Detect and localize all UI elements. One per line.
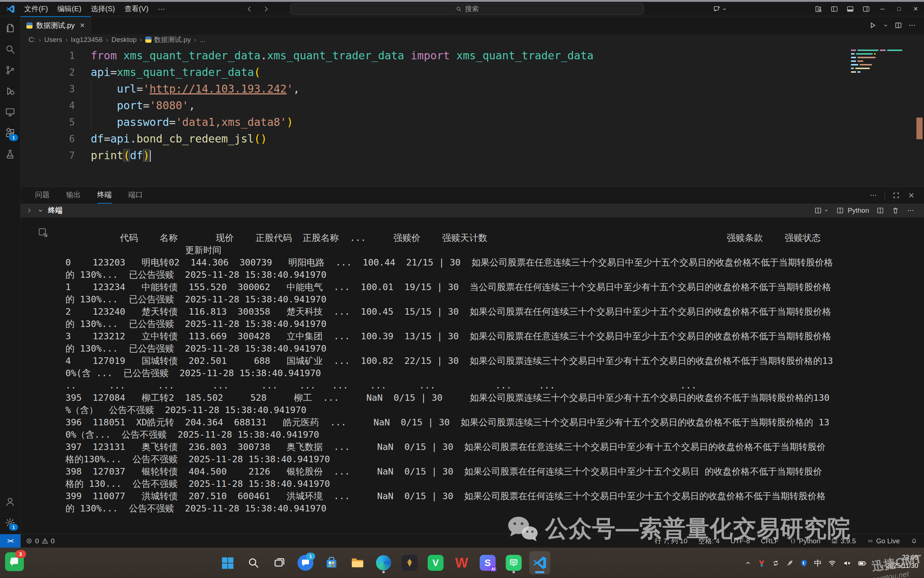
status-language-mode[interactable]: Python: [790, 537, 820, 545]
activity-remote-explorer-icon[interactable]: [2, 104, 18, 120]
breadcrumb-item-3[interactable]: Desktop: [111, 36, 137, 44]
panel-tab-终端[interactable]: 终端: [97, 187, 112, 204]
split-terminal-icon[interactable]: [876, 206, 884, 214]
activity-settings-icon[interactable]: 1: [2, 514, 18, 531]
status-encoding[interactable]: UTF-8: [731, 537, 750, 545]
panel-more-actions-icon[interactable]: [869, 192, 877, 199]
maximize-button[interactable]: □: [891, 2, 907, 16]
status-cursor-position[interactable]: 行 7, 列 10: [655, 536, 688, 546]
taskbar-game-center-icon[interactable]: [399, 551, 420, 575]
taskbar-store-icon[interactable]: [321, 551, 342, 575]
panel-tab-输出[interactable]: 输出: [66, 187, 81, 204]
status-go-live[interactable]: Go Live: [867, 537, 900, 545]
terminal-more-actions-icon[interactable]: [907, 206, 914, 214]
settings-badge: 1: [9, 524, 18, 531]
status-python-interpreter[interactable]: 3.9.5: [831, 537, 856, 545]
line-number: 7: [21, 147, 91, 164]
maximize-panel-icon[interactable]: [892, 192, 900, 199]
tray-chevron-up-icon[interactable]: [744, 560, 752, 567]
taskbar-clock[interactable]: 23:09 2025/11/30: [886, 554, 918, 570]
taskbar-chat-app-icon[interactable]: [503, 551, 524, 575]
panel-tab-问题[interactable]: 问题: [35, 187, 50, 204]
tray-app-red-icon[interactable]: [758, 559, 765, 567]
debug-attach-icon[interactable]: [37, 227, 49, 239]
code-line-7: 7print(df): [21, 147, 924, 164]
activity-account-icon[interactable]: [2, 494, 18, 510]
run-dropdown-icon[interactable]: [883, 23, 888, 28]
tab-close-icon[interactable]: ✕: [80, 22, 85, 29]
terminal-section-chevron-icon[interactable]: [37, 207, 44, 214]
taskbar-task-view-icon[interactable]: [269, 551, 290, 575]
taskbar-messenger-icon[interactable]: 3: [5, 552, 24, 571]
problems-status[interactable]: 0 0: [21, 537, 55, 545]
menu-item-1[interactable]: 编辑(E): [53, 2, 86, 16]
menu-item-0[interactable]: 文件(F): [19, 2, 53, 16]
line-number: 4: [21, 97, 91, 114]
battery-icon[interactable]: [858, 559, 867, 568]
breadcrumb-item-5[interactable]: ...: [199, 36, 206, 44]
breadcrumb-item-1[interactable]: Users: [44, 36, 62, 44]
activity-run-debug-icon[interactable]: [2, 83, 18, 99]
activity-source-control-icon[interactable]: [2, 62, 18, 78]
code-text: port='8080',: [91, 97, 195, 114]
tray-shield-icon[interactable]: [800, 559, 808, 567]
taskbar-file-explorer-icon[interactable]: [347, 551, 368, 575]
status-notifications[interactable]: [911, 537, 918, 544]
panel-tab-bar: 问题输出终端端口: [21, 187, 924, 204]
extensions-badge: 1: [9, 134, 18, 141]
terminal-output[interactable]: 代码 名称 现价 正股代码 正股名称 ... 强赎价 强赎天计数 强赎条款 强赎…: [21, 218, 924, 534]
breadcrumb-item-4[interactable]: 数据测试.py: [145, 35, 191, 44]
menu-item-2[interactable]: 选择(S): [86, 2, 120, 16]
taskbar-ai-assistant-icon[interactable]: SAI: [477, 551, 498, 575]
tab-数据测试.py[interactable]: 数据测试.py ✕: [21, 16, 91, 34]
breadcrumb-item-2[interactable]: lxg123456: [71, 36, 103, 44]
line-number: 3: [21, 81, 91, 97]
taskbar-start-icon[interactable]: [217, 551, 238, 575]
tray-sync-icon[interactable]: [772, 559, 780, 567]
toggle-secondary-sidebar-icon[interactable]: [858, 2, 874, 16]
terminal-tab-python[interactable]: Python: [836, 206, 869, 214]
menu-item-4[interactable]: ···: [153, 2, 170, 16]
tray-app-gray-icon[interactable]: [786, 559, 794, 567]
split-editor-icon[interactable]: [894, 21, 902, 29]
run-python-file-button[interactable]: [868, 21, 877, 30]
status-eol[interactable]: CRLF: [761, 537, 779, 545]
customize-layout-icon[interactable]: [811, 2, 826, 16]
taskbar-wps-icon[interactable]: W: [451, 551, 472, 575]
toggle-panel-icon[interactable]: [842, 2, 858, 16]
command-center-search[interactable]: 搜索: [290, 3, 644, 15]
nav-forward-icon[interactable]: [262, 5, 270, 13]
code-line-3: 3 url='http://14.103.193.242',: [21, 81, 924, 97]
remote-indicator[interactable]: ><: [0, 534, 21, 548]
breadcrumb-item-0[interactable]: C:: [29, 36, 36, 44]
copilot-button[interactable]: [713, 5, 727, 13]
volume-muted-icon[interactable]: [843, 559, 851, 568]
taskbar-vscode-icon[interactable]: [529, 551, 550, 575]
close-button[interactable]: ✕: [907, 2, 924, 16]
minimize-button[interactable]: ─: [874, 2, 891, 16]
nav-back-icon[interactable]: [246, 5, 254, 13]
taskbar-search-icon[interactable]: [243, 551, 264, 575]
taskbar-chat-icon[interactable]: 1: [295, 551, 316, 575]
kill-terminal-icon[interactable]: [892, 206, 900, 214]
toggle-primary-sidebar-icon[interactable]: [826, 2, 842, 16]
activity-search-icon[interactable]: [2, 41, 18, 57]
close-panel-icon[interactable]: [907, 192, 915, 199]
code-editor[interactable]: 1from xms_quant_trader_data.xms_quant_tr…: [21, 45, 924, 187]
ime-indicator[interactable]: 中: [814, 558, 822, 568]
editor-more-actions-icon[interactable]: [908, 21, 916, 29]
taskbar-edge-icon[interactable]: [373, 551, 394, 575]
taskbar-v-app-icon[interactable]: V: [425, 551, 446, 575]
activity-testing-icon[interactable]: [2, 146, 18, 162]
status-indentation[interactable]: 空格: 4: [698, 536, 720, 546]
panel-tab-端口[interactable]: 端口: [128, 187, 143, 204]
panel-expand-icon[interactable]: [26, 207, 33, 214]
activity-extensions-icon[interactable]: 1: [2, 125, 18, 141]
menu-item-3[interactable]: 查看(V): [120, 2, 153, 16]
activity-explorer-icon[interactable]: [2, 20, 18, 37]
panel-actions: [869, 187, 924, 204]
terminal-launch-profile-button[interactable]: [814, 206, 829, 214]
wifi-icon[interactable]: [828, 559, 837, 568]
minimap[interactable]: [851, 50, 909, 75]
windows-taskbar: 3 1VWSAI 中 23:09 2025/11/30: [0, 548, 924, 578]
